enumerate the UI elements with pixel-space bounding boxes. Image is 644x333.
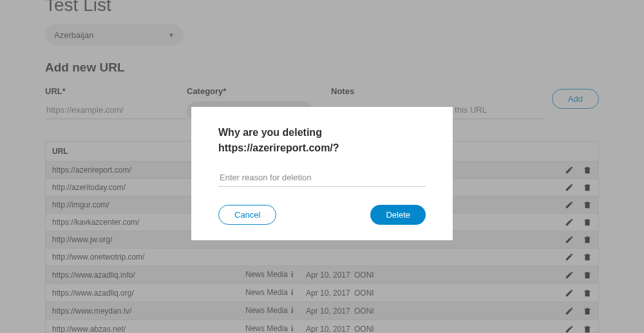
modal-title: Why are you deleting https://azerireport… — [218, 125, 426, 156]
cancel-button[interactable]: Cancel — [218, 205, 276, 225]
delete-reason-input[interactable] — [218, 169, 426, 187]
modal-overlay[interactable]: Why are you deleting https://azerireport… — [0, 0, 644, 333]
delete-button[interactable]: Delete — [370, 205, 426, 225]
delete-modal: Why are you deleting https://azerireport… — [191, 107, 453, 240]
